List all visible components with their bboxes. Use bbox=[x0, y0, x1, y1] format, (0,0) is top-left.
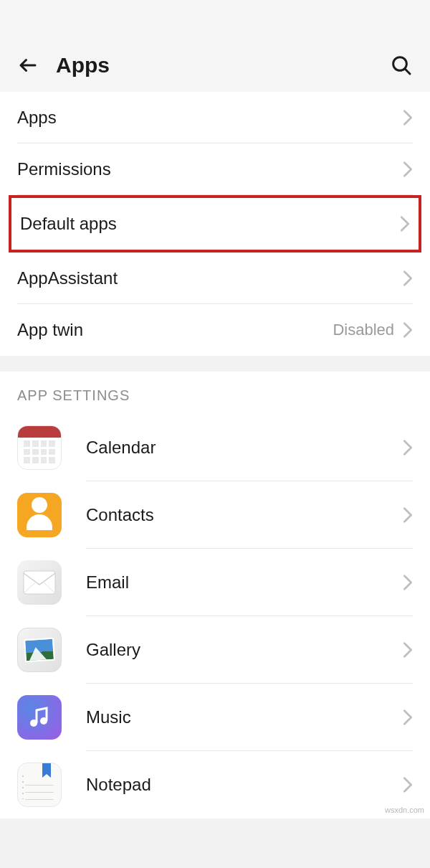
section-header: APP SETTINGS bbox=[0, 372, 430, 414]
chevron-right-icon bbox=[403, 109, 413, 126]
calendar-icon bbox=[17, 425, 62, 470]
app-label: Music bbox=[86, 707, 403, 727]
menu-label: AppAssistant bbox=[17, 268, 118, 288]
menu-item-app-assistant[interactable]: AppAssistant bbox=[0, 253, 430, 304]
menu-label: Apps bbox=[17, 108, 57, 128]
svg-line-1 bbox=[405, 69, 410, 74]
contacts-icon bbox=[17, 493, 62, 537]
chevron-right-icon bbox=[403, 439, 413, 456]
app-item-gallery[interactable]: Gallery bbox=[0, 616, 430, 684]
menu-item-apps[interactable]: Apps bbox=[0, 92, 430, 143]
app-item-calendar[interactable]: Calendar bbox=[0, 414, 430, 481]
app-label: Calendar bbox=[86, 438, 403, 458]
app-item-notepad[interactable]: Notepad bbox=[0, 751, 430, 819]
app-item-music[interactable]: Music bbox=[0, 684, 430, 751]
menu-item-default-apps[interactable]: Default apps bbox=[9, 195, 421, 253]
app-label: Gallery bbox=[86, 640, 403, 660]
svg-point-4 bbox=[40, 717, 47, 725]
menu-label: Default apps bbox=[20, 214, 117, 234]
menu-item-app-twin[interactable]: App twin Disabled bbox=[0, 304, 430, 356]
section-divider bbox=[0, 356, 430, 372]
app-item-contacts[interactable]: Contacts bbox=[0, 481, 430, 549]
back-icon[interactable] bbox=[17, 55, 39, 76]
chevron-right-icon bbox=[403, 574, 413, 591]
notepad-icon bbox=[17, 763, 62, 807]
settings-list: Apps Permissions Default apps AppAssista… bbox=[0, 92, 430, 356]
chevron-right-icon bbox=[403, 161, 413, 178]
music-icon bbox=[17, 695, 62, 740]
menu-label: Permissions bbox=[17, 159, 111, 179]
app-label: Notepad bbox=[86, 775, 403, 795]
chevron-right-icon bbox=[403, 776, 413, 793]
gallery-icon bbox=[17, 628, 62, 672]
chevron-right-icon bbox=[403, 321, 413, 339]
app-header: Apps bbox=[0, 0, 430, 92]
app-settings-list: Calendar Contacts Email Gallery bbox=[0, 414, 430, 819]
chevron-right-icon bbox=[403, 709, 413, 726]
chevron-right-icon bbox=[400, 215, 410, 232]
chevron-right-icon bbox=[403, 270, 413, 287]
app-label: Contacts bbox=[86, 505, 403, 525]
app-label: Email bbox=[86, 572, 403, 593]
chevron-right-icon bbox=[403, 506, 413, 524]
watermark: wsxdn.com bbox=[385, 806, 424, 814]
svg-rect-2 bbox=[24, 571, 55, 594]
menu-label: App twin bbox=[17, 320, 83, 340]
svg-point-3 bbox=[30, 720, 37, 727]
search-icon[interactable] bbox=[390, 54, 413, 77]
menu-value: Disabled bbox=[333, 321, 394, 339]
menu-item-permissions[interactable]: Permissions bbox=[0, 143, 430, 195]
app-item-email[interactable]: Email bbox=[0, 549, 430, 616]
page-title: Apps bbox=[56, 53, 110, 77]
email-icon bbox=[17, 560, 62, 605]
chevron-right-icon bbox=[403, 641, 413, 659]
